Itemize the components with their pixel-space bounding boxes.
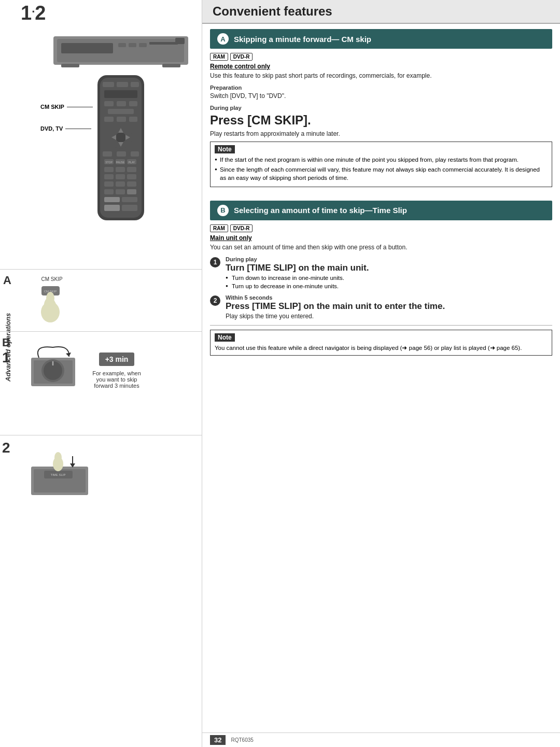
knob-svg [29, 342, 80, 389]
note-title-a: Note [215, 145, 235, 153]
step-12-label: 1 · 2 [21, 2, 46, 24]
svg-text:STOP: STOP [105, 161, 113, 164]
step-1-main: Turn [TIME SLIP] on the main unit. [226, 262, 552, 274]
time-display: +3 min [99, 353, 135, 366]
svg-rect-2 [61, 43, 113, 53]
step-2-main: Press [TIME SLIP] on the main unit to en… [226, 301, 552, 312]
remote-svg: STOP PAUSE PLAY [85, 73, 157, 228]
svg-rect-52 [104, 205, 120, 211]
section-a-modes: RAM DVD-R [210, 53, 552, 61]
step-1-bullet-2: Turn up to decrease in one-minute units. [226, 282, 552, 290]
remote-control-label: Remote control only [210, 63, 552, 70]
time-display-area: +3 min For example, when you want to ski… [88, 353, 145, 389]
main-unit-label: Main unit only [210, 234, 552, 242]
arrow-line-1 [67, 107, 93, 107]
page-title: Convenient features [213, 4, 550, 19]
svg-rect-4 [129, 43, 136, 47]
section-b-divider [210, 325, 552, 326]
preparation-text: Switch [DVD, TV] to "DVD". [210, 92, 552, 101]
svg-rect-21 [117, 117, 126, 122]
section-b-badge: B [217, 205, 229, 216]
svg-rect-30 [117, 151, 126, 157]
note-item-a-1: If the start of the next program is with… [215, 156, 548, 164]
section-a-description: Use this feature to skip past short part… [210, 71, 552, 80]
svg-rect-41 [104, 174, 114, 179]
page-header: Convenient features [202, 0, 560, 24]
remote-annotations: CM SKIP DVD, TV [40, 104, 93, 132]
mode-ram: RAM [210, 53, 228, 61]
svg-rect-3 [118, 43, 126, 47]
svg-rect-15 [104, 90, 137, 98]
section-a-badge: A [217, 33, 229, 45]
time-display-caption: For example, when you want to skip forwa… [88, 370, 145, 389]
svg-rect-19 [108, 109, 134, 114]
hand-pressing-svg: CM SKIP [26, 284, 78, 325]
cm-skip-label: CM SKIP [40, 104, 64, 110]
svg-rect-13 [117, 82, 128, 87]
svg-rect-14 [131, 82, 139, 87]
step-2-label: 2 [2, 440, 10, 456]
cm-skip-annotation: CM SKIP [40, 104, 93, 110]
hand-cm-skip: CM SKIP CM SKIP [26, 276, 78, 325]
hand-2-image: TIME SLIP [29, 446, 91, 499]
note-text-b: You cannot use this feature while a dire… [215, 344, 548, 352]
svg-rect-39 [116, 167, 125, 172]
cm-skip-small-label: CM SKIP [41, 276, 62, 282]
section-b1-illustration: B 1 +3 min For example, when you w [0, 332, 202, 435]
svg-rect-50 [104, 197, 120, 202]
note-box-a: Note If the start of the next program is… [210, 142, 552, 187]
step-2: 2 Within 5 seconds Press [TIME SLIP] on … [210, 294, 552, 321]
main-action-a: Press [CM SKIP]. [210, 113, 552, 128]
mode-dvdr: DVD-R [230, 53, 253, 61]
step-1-sub: During play [226, 256, 552, 262]
svg-rect-31 [131, 151, 139, 157]
svg-rect-6 [149, 42, 178, 45]
right-panel: Convenient features A Skipping a minute … [202, 0, 560, 747]
svg-rect-17 [117, 101, 126, 106]
svg-text:PLAY: PLAY [129, 161, 135, 164]
svg-rect-38 [104, 167, 114, 172]
svg-rect-53 [122, 205, 137, 211]
dvd-player-image: CM SKIP DVD, TV [44, 34, 198, 230]
section-b-content: RAM DVD-R Main unit only You can set an … [202, 224, 560, 364]
knob-and-display: +3 min For example, when you want to ski… [29, 342, 145, 389]
step-1-bullet-1: Turn down to increase in one-minute unit… [226, 274, 552, 282]
svg-rect-42 [116, 174, 125, 179]
page-footer: 32 RQT6035 [202, 732, 560, 747]
mode-ram-b: RAM [210, 224, 228, 232]
step-1-content: During play Turn [TIME SLIP] on the main… [226, 256, 552, 290]
section-b-header: B Selecting an amount of time to skip—Ti… [210, 201, 552, 220]
step-2-number: 2 [210, 295, 220, 306]
svg-rect-46 [127, 181, 136, 187]
section-2-illustration: 2 TIME SLIP [0, 435, 202, 747]
svg-rect-51 [122, 197, 137, 202]
dvd-tv-label: DVD, TV [40, 125, 63, 132]
preparation-label: Preparation [210, 84, 552, 91]
svg-rect-40 [127, 167, 136, 172]
b-label: B 1 [2, 336, 10, 366]
svg-marker-64 [66, 353, 71, 357]
svg-point-57 [41, 302, 60, 322]
svg-text:TIME SLIP: TIME SLIP [50, 473, 65, 476]
section-a-header: A Skipping a minute forward— CM skip [210, 29, 552, 49]
section-b-modes: RAM DVD-R [210, 224, 552, 232]
svg-rect-16 [104, 101, 114, 106]
step-2-result: Play skips the time you entered. [226, 312, 552, 321]
step-1: 1 During play Turn [TIME SLIP] on the ma… [210, 256, 552, 290]
svg-rect-9 [175, 38, 185, 44]
mode-dvdr-b: DVD-R [230, 224, 253, 232]
section-b-description: You can set an amount of time and then s… [210, 243, 552, 252]
svg-rect-20 [104, 117, 114, 122]
dvd-tv-annotation: DVD, TV [40, 125, 93, 132]
svg-rect-5 [139, 43, 147, 47]
svg-point-24 [116, 132, 126, 143]
hand-2-svg: TIME SLIP [29, 446, 91, 498]
svg-point-70 [54, 452, 62, 462]
step-1-number: 1 [210, 257, 220, 267]
during-play-a-label: During play [210, 105, 552, 111]
svg-rect-12 [103, 82, 114, 87]
note-item-a-2: Since the length of each commercial will… [215, 165, 548, 182]
svg-point-58 [46, 292, 54, 304]
a-label: A [3, 274, 11, 287]
svg-rect-49 [127, 189, 136, 194]
